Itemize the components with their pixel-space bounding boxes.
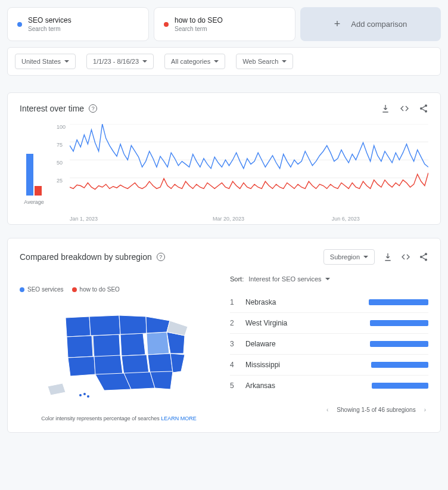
- sort-row: Sort: Interest for SEO services: [230, 275, 428, 283]
- region-row[interactable]: 4Mississippi: [230, 354, 428, 375]
- chevron-down-icon: [64, 60, 69, 63]
- subregion-panel: Compared breakdown by subregion ? Subreg…: [7, 238, 441, 433]
- series-dot-red: [164, 22, 169, 27]
- region-list: 1Nebraska2West Virginia3Delaware4Mississ…: [230, 292, 428, 396]
- add-comparison-button[interactable]: + Add comparison: [300, 7, 441, 41]
- sort-value: Interest for SEO services: [248, 275, 321, 283]
- compare-row: SEO services Search term how to do SEO S…: [7, 7, 441, 41]
- avg-bar-red: [35, 186, 42, 196]
- legend-blue-label: SEO services: [27, 286, 64, 293]
- map-note-text: Color intensity represents percentage of…: [41, 415, 160, 421]
- download-icon[interactable]: [381, 104, 390, 113]
- region-rank: 2: [230, 319, 237, 327]
- svg-point-10: [425, 259, 427, 261]
- filter-searchtype-label: Web Search: [242, 58, 278, 65]
- chevron-down-icon: [325, 278, 330, 280]
- region-bar: [369, 299, 428, 305]
- add-comparison-label: Add comparison: [351, 20, 407, 29]
- panel-actions: [381, 104, 428, 113]
- region-bar: [370, 320, 428, 326]
- filter-category[interactable]: All categories: [164, 54, 225, 69]
- chevron-down-icon: [282, 60, 287, 63]
- region-name: Nebraska: [245, 298, 360, 306]
- legend-dot-red: [72, 287, 77, 292]
- term-1-sublabel: Search term: [28, 26, 71, 32]
- region-row[interactable]: 1Nebraska: [230, 292, 428, 312]
- sort-label: Sort:: [230, 275, 244, 283]
- region-row[interactable]: 2West Virginia: [230, 312, 428, 333]
- average-label: Average: [24, 199, 43, 205]
- filter-timerange-label: 1/1/23 - 8/16/23: [93, 58, 139, 65]
- region-name: Arkansas: [245, 382, 363, 390]
- region-bar: [370, 341, 428, 347]
- filter-searchtype[interactable]: Web Search: [236, 54, 293, 69]
- help-icon[interactable]: ?: [157, 253, 165, 261]
- subregion-title: Compared breakdown by subregion ?: [20, 252, 165, 262]
- pager-prev[interactable]: ‹: [324, 404, 331, 415]
- ytick-100: 100: [57, 124, 66, 130]
- us-map[interactable]: [36, 300, 203, 401]
- average-column: Average: [20, 124, 48, 213]
- term-2-sublabel: Search term: [175, 26, 223, 32]
- term-1-label: SEO services: [28, 16, 71, 24]
- line-chart[interactable]: 100 75 50 25 Jan 1, 2023 Mar 20, 2023 Ju…: [57, 124, 428, 213]
- svg-point-2: [425, 110, 427, 113]
- legend-dot-blue: [20, 287, 24, 292]
- region-rank: 1: [230, 298, 237, 306]
- lines-svg: [70, 124, 428, 196]
- sort-dropdown[interactable]: Interest for SEO services: [248, 275, 329, 283]
- region-bar: [372, 383, 428, 389]
- filter-bar: United States 1/1/23 - 8/16/23 All categ…: [7, 47, 441, 76]
- subregion-dropdown[interactable]: Subregion: [323, 249, 375, 265]
- chevron-down-icon: [142, 60, 147, 63]
- region-name: West Virginia: [245, 319, 362, 327]
- svg-point-0: [425, 104, 427, 107]
- compare-term-2[interactable]: how to do SEO Search term: [154, 7, 295, 41]
- region-row[interactable]: 5Arkansas: [230, 375, 428, 396]
- help-icon[interactable]: ?: [89, 104, 97, 113]
- filter-region-label: United States: [21, 58, 61, 65]
- legend: SEO services how to do SEO: [20, 286, 120, 293]
- chevron-down-icon: [363, 256, 368, 258]
- subregion-dropdown-label: Subregion: [330, 253, 360, 260]
- region-rank: 4: [230, 361, 237, 369]
- pager-text: Showing 1-5 of 46 subregions: [337, 407, 415, 413]
- svg-point-11: [79, 394, 82, 396]
- filter-category-label: All categories: [171, 58, 210, 65]
- filter-region[interactable]: United States: [15, 54, 76, 69]
- compare-term-1[interactable]: SEO services Search term: [7, 7, 149, 41]
- plus-icon: +: [334, 18, 341, 30]
- filter-timerange[interactable]: 1/1/23 - 8/16/23: [86, 54, 154, 69]
- svg-point-1: [420, 107, 422, 110]
- ytick-25: 25: [57, 178, 63, 184]
- svg-point-13: [87, 395, 89, 398]
- term-2-label: how to do SEO: [175, 16, 223, 24]
- avg-bar-blue: [26, 154, 33, 196]
- region-name: Delaware: [245, 340, 362, 348]
- xtick-2: Mar 20, 2023: [213, 216, 244, 222]
- chart-area: Average 100 75 50 25 Jan 1, 2023 Mar 20,…: [20, 124, 428, 213]
- subregion-title-text: Compared breakdown by subregion: [20, 252, 152, 262]
- region-name: Mississippi: [245, 361, 363, 369]
- legend-red-label: how to do SEO: [80, 286, 120, 293]
- embed-icon[interactable]: [400, 104, 409, 113]
- panel-title: Interest over time ?: [20, 104, 97, 113]
- learn-more-link[interactable]: LEARN MORE: [161, 415, 197, 421]
- share-icon[interactable]: [419, 104, 428, 113]
- ytick-50: 50: [57, 160, 63, 166]
- embed-icon[interactable]: [401, 252, 410, 262]
- chevron-down-icon: [214, 60, 219, 63]
- download-icon[interactable]: [383, 252, 393, 262]
- xtick-1: Jan 1, 2023: [70, 216, 98, 222]
- interest-over-time-panel: Interest over time ? Average 100 75 50 2…: [7, 92, 441, 225]
- svg-point-12: [83, 393, 86, 395]
- pager-next[interactable]: ›: [422, 404, 428, 415]
- map-note: Color intensity represents percentage of…: [41, 415, 197, 421]
- ytick-75: 75: [57, 142, 63, 148]
- region-row[interactable]: 3Delaware: [230, 333, 428, 354]
- series-dot-blue: [17, 22, 22, 27]
- interest-title-text: Interest over time: [20, 104, 84, 113]
- share-icon[interactable]: [419, 252, 428, 262]
- pager: ‹ Showing 1-5 of 46 subregions ›: [230, 404, 428, 415]
- region-rank: 3: [230, 340, 237, 348]
